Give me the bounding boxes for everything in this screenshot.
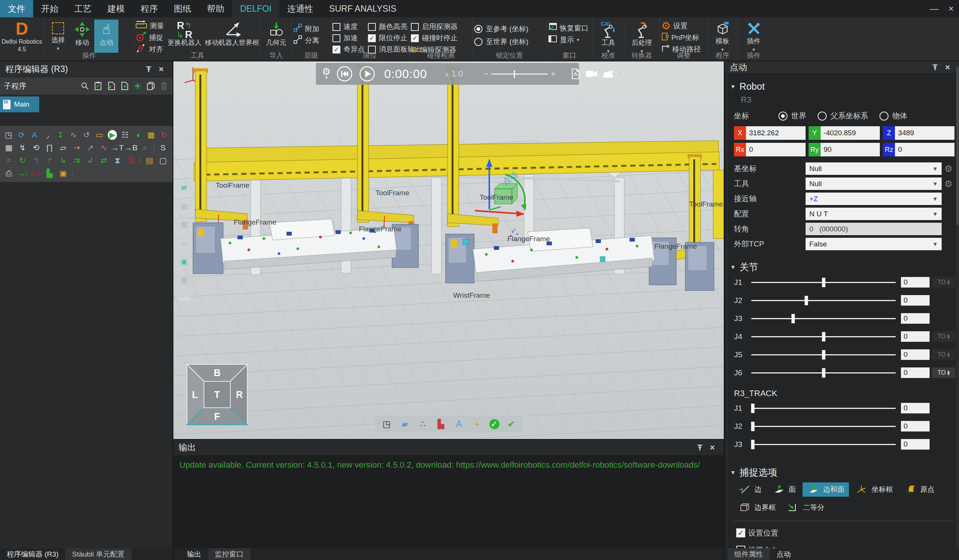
rewind-button[interactable] (336, 65, 353, 83)
loop-icon[interactable]: ⟳ (16, 129, 27, 140)
gear-icon[interactable]: ⚙ (941, 179, 955, 189)
joint-slider[interactable] (751, 372, 896, 374)
menu-tab-2[interactable]: 开始 (33, 0, 66, 18)
annotations-icon[interactable]: A (453, 418, 465, 430)
coord-radio[interactable]: 父系坐标系 (818, 111, 868, 121)
move-robot-world-frame-button[interactable]: 移动机器人世界框 (206, 20, 259, 53)
select-area-icon[interactable]: ▣ (177, 255, 191, 268)
pose-value[interactable]: 0 (746, 143, 806, 156)
menu-tab-4[interactable]: 建模 (100, 0, 133, 18)
joint-value[interactable]: 0 (901, 295, 930, 305)
clipboard-icon[interactable]: ▤ (143, 154, 155, 166)
checklist-icon[interactable] (93, 81, 103, 91)
export-subroutine-icon[interactable] (119, 81, 129, 91)
validate-icon[interactable]: ✔ (505, 418, 518, 430)
joint-value[interactable]: 0 (901, 439, 930, 450)
copy-icon[interactable] (146, 81, 156, 91)
menu-tab-1[interactable]: 文件 (0, 0, 33, 18)
joint-slider[interactable] (751, 444, 896, 445)
close-icon[interactable]: × (155, 64, 167, 74)
statistics-icon[interactable]: ▙ (44, 167, 56, 179)
cycle-icon[interactable]: ↻ (159, 129, 170, 140)
controller-icon[interactable]: ☷ (119, 129, 131, 140)
to-tool-icon[interactable]: →T (112, 142, 123, 153)
speed-plus-icon[interactable]: + (551, 69, 556, 79)
while-loop-icon[interactable]: ↻ (17, 154, 28, 166)
speed-handle[interactable] (514, 70, 515, 78)
joint-slider[interactable] (751, 408, 896, 409)
signal-ellipse-icon[interactable]: ◖ (133, 129, 143, 140)
pose-field-x[interactable]: X3182.262 (734, 126, 806, 140)
viewport-3d[interactable]: ToolFrameToolFrameToolFrameToolFrameFlan… (174, 61, 724, 439)
dropdown-field[interactable]: N U T▼ (806, 208, 941, 220)
subprogram-doc-icon[interactable]: S (157, 142, 169, 153)
sweep-curve-icon[interactable]: ◞ (42, 129, 53, 140)
menu-tab-6[interactable]: 图纸 (166, 0, 199, 18)
check-ok-icon[interactable]: ✓ (489, 419, 499, 429)
display-button[interactable]: 显示 ▾ (548, 34, 591, 45)
snap-frame-option[interactable]: 坐标框 (851, 482, 898, 497)
signal-out-icon[interactable]: ∶→ (30, 167, 42, 179)
scrollbar[interactable] (956, 61, 959, 548)
joint-slider[interactable] (751, 282, 896, 283)
slider-handle[interactable] (804, 296, 808, 305)
joint-value[interactable]: 0 (901, 403, 930, 414)
coord-radio[interactable]: 物体 (879, 111, 907, 121)
limit-checkbox[interactable]: 加速 (333, 32, 366, 44)
play-statement-icon[interactable]: ▶ (108, 130, 117, 140)
calibration-tools-button[interactable]: CAL 工具 ▾ (594, 20, 622, 53)
menu-tab-5[interactable]: 程序 (133, 0, 166, 18)
snap-face-option[interactable]: 面 (768, 482, 800, 497)
slider-handle[interactable] (822, 350, 825, 360)
chevron-down-icon[interactable]: ▾ (618, 71, 621, 77)
folder-icon[interactable]: ▱ (57, 142, 69, 153)
stop-icon[interactable]: Ⓢ (125, 154, 137, 166)
joint-value[interactable]: 0 (901, 368, 930, 378)
select-button[interactable]: 选择 ▾ (46, 20, 70, 53)
settings-button[interactable]: ⚙ 设置 (661, 20, 706, 31)
dropdown-field[interactable]: Null▼ (806, 178, 941, 190)
delete-icon[interactable] (159, 81, 169, 91)
pose-field-ry[interactable]: Ry90 (809, 143, 880, 156)
value-field[interactable]: 0 (000000) (806, 223, 941, 235)
component-icon[interactable]: ▣ (57, 167, 69, 179)
jump-move-icon[interactable]: ⇢ (71, 142, 83, 153)
scene-3d[interactable] (174, 61, 724, 439)
editor-tab[interactable]: Stäubli 单元配置 (65, 548, 131, 560)
jog-tab[interactable]: 点动 (770, 548, 798, 560)
pose-field-y[interactable]: Y-4020.859 (809, 126, 880, 140)
joint-slider[interactable] (751, 426, 896, 427)
dropdown-field[interactable]: +Z▼ (806, 192, 941, 205)
search-icon[interactable] (80, 81, 90, 91)
menu-tab-9[interactable]: 连通性 (279, 0, 321, 18)
joint-value[interactable]: 0 (901, 421, 930, 431)
slider-handle[interactable] (822, 368, 825, 378)
signal-in-icon[interactable]: →∶ (17, 167, 28, 179)
reverse-path-icon[interactable]: ↺ (81, 129, 92, 140)
joint-slider[interactable] (751, 300, 896, 301)
menu-tab-3[interactable]: 工艺 (66, 0, 100, 18)
text-label-icon[interactable]: A (29, 129, 40, 140)
path-record-icon[interactable]: ◳ (3, 129, 14, 140)
swap-robot-button[interactable]: R↰↳R 更换机器人 (167, 20, 202, 53)
record-video-icon[interactable] (585, 69, 598, 78)
output-tab[interactable]: 输出 (180, 548, 208, 560)
blank-page-icon[interactable]: ▤ (177, 200, 191, 213)
snap-bbox-option[interactable]: 边界框 (734, 500, 780, 515)
return-icon[interactable]: ↲ (84, 154, 96, 166)
joint-value[interactable]: 0 (901, 331, 930, 342)
move-tool-icon[interactable]: ＋ (471, 418, 483, 430)
to-button[interactable]: TO▴▾ (932, 277, 955, 288)
joint-value[interactable]: 0 (901, 349, 930, 360)
slider-handle[interactable] (751, 404, 754, 413)
speed-minus-icon[interactable]: − (483, 69, 488, 79)
pin-icon[interactable]: Ŧ (929, 62, 941, 72)
menu-tab-7[interactable]: 帮助 (199, 0, 232, 18)
folder-view-icon[interactable]: ▱ (177, 237, 191, 250)
to-base-icon[interactable]: →B (125, 142, 137, 153)
linear-move-icon[interactable]: ↗ (84, 142, 96, 153)
slider-handle[interactable] (751, 440, 754, 449)
clapper-icon[interactable] (602, 69, 614, 79)
lock-position-radio[interactable]: 至参考 (坐标) (474, 22, 545, 35)
lock-position-radio[interactable]: 至世界 (坐标) (474, 35, 545, 48)
